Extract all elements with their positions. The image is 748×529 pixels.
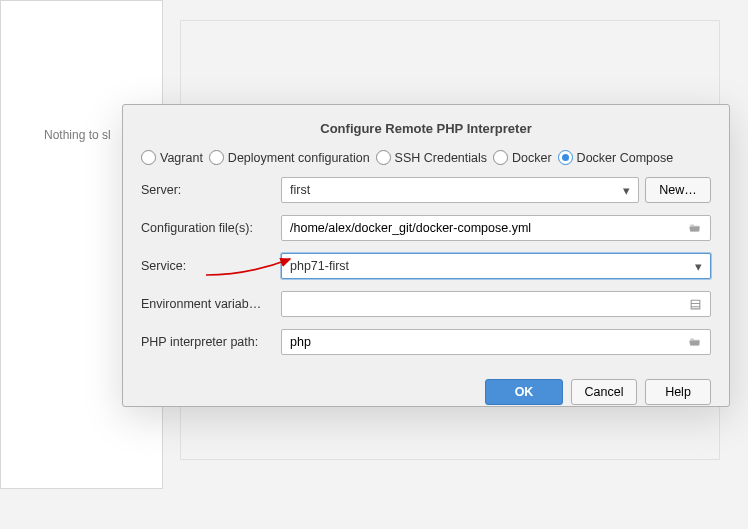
label-interpreter-path: PHP interpreter path: — [141, 335, 275, 349]
cancel-button[interactable]: Cancel — [571, 379, 637, 405]
dialog-title: Configure Remote PHP Interpreter — [141, 115, 711, 150]
radio-label: SSH Credentials — [395, 151, 487, 165]
label-service: Service: — [141, 259, 275, 273]
label-config-files: Configuration file(s): — [141, 221, 275, 235]
server-select[interactable]: first ▾ — [281, 177, 639, 203]
dialog-footer: OK Cancel Help — [141, 379, 711, 405]
service-select[interactable]: php71-first ▾ — [281, 253, 711, 279]
help-button[interactable]: Help — [645, 379, 711, 405]
chevron-down-icon: ▾ — [623, 183, 630, 198]
server-value: first — [290, 183, 623, 197]
folder-open-icon[interactable] — [688, 221, 702, 235]
interpreter-type-radios: Vagrant Deployment configuration SSH Cre… — [141, 150, 711, 165]
radio-dot-icon — [209, 150, 224, 165]
ok-button[interactable]: OK — [485, 379, 563, 405]
folder-open-icon[interactable] — [688, 335, 702, 349]
config-files-value[interactable] — [290, 221, 688, 235]
radio-dot-icon — [493, 150, 508, 165]
radio-dot-icon — [141, 150, 156, 165]
config-files-input[interactable] — [281, 215, 711, 241]
radio-label: Docker Compose — [577, 151, 674, 165]
radio-vagrant[interactable]: Vagrant — [141, 150, 203, 165]
configure-remote-php-dialog: Configure Remote PHP Interpreter Vagrant… — [122, 104, 730, 407]
radio-label: Vagrant — [160, 151, 203, 165]
list-icon[interactable] — [689, 298, 702, 311]
radio-dot-icon — [376, 150, 391, 165]
form-grid: Server: first ▾ New… Configuration file(… — [141, 177, 711, 355]
chevron-down-icon: ▾ — [695, 259, 702, 274]
new-server-button[interactable]: New… — [645, 177, 711, 203]
radio-dot-icon — [558, 150, 573, 165]
label-server: Server: — [141, 183, 275, 197]
service-value: php71-first — [290, 259, 695, 273]
radio-ssh-credentials[interactable]: SSH Credentials — [376, 150, 487, 165]
radio-label: Docker — [512, 151, 552, 165]
env-variables-value[interactable] — [290, 297, 689, 311]
radio-deployment-configuration[interactable]: Deployment configuration — [209, 150, 370, 165]
radio-docker-compose[interactable]: Docker Compose — [558, 150, 674, 165]
env-variables-input[interactable] — [281, 291, 711, 317]
label-env: Environment variab… — [141, 297, 275, 311]
interpreter-path-input[interactable] — [281, 329, 711, 355]
radio-label: Deployment configuration — [228, 151, 370, 165]
radio-docker[interactable]: Docker — [493, 150, 552, 165]
nothing-to-show-label: Nothing to sl — [44, 128, 111, 142]
interpreter-path-value[interactable] — [290, 335, 688, 349]
